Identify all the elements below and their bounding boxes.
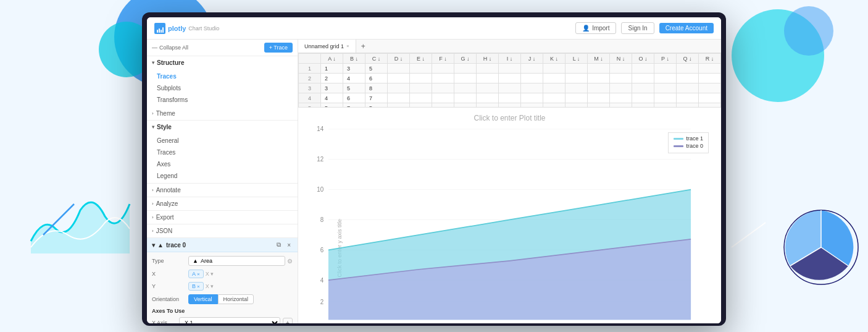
cell-r2-c7[interactable] bbox=[454, 74, 477, 83]
cell-r3-c12[interactable] bbox=[565, 83, 588, 93]
cell-r3-c7[interactable] bbox=[454, 83, 477, 93]
cell-r4-c3[interactable]: 7 bbox=[365, 93, 388, 103]
sidebar-item-traces[interactable]: Traces bbox=[147, 70, 298, 82]
cell-r3-c13[interactable] bbox=[588, 83, 610, 93]
export-header[interactable]: › Export bbox=[147, 211, 298, 224]
style-header[interactable]: ▾ Style bbox=[147, 121, 298, 134]
cell-r1-c19[interactable] bbox=[721, 64, 722, 74]
cell-r4-c11[interactable] bbox=[543, 93, 565, 103]
cell-r2-c19[interactable] bbox=[721, 74, 722, 83]
cell-r4-c1[interactable]: 4 bbox=[321, 93, 343, 103]
col-header-A ↓[interactable]: A ↓ bbox=[321, 54, 343, 64]
cell-r2-c11[interactable] bbox=[543, 74, 565, 83]
col-header-L ↓[interactable]: L ↓ bbox=[565, 54, 588, 64]
cell-r3-c9[interactable] bbox=[499, 83, 521, 93]
cell-r4-c8[interactable] bbox=[477, 93, 499, 103]
col-header-E ↓[interactable]: E ↓ bbox=[410, 54, 432, 64]
trace0-close-button[interactable]: × bbox=[285, 241, 293, 249]
col-header-M ↓[interactable]: M ↓ bbox=[588, 54, 610, 64]
cell-r5-c7[interactable] bbox=[454, 103, 477, 108]
cell-r1-c7[interactable] bbox=[454, 64, 477, 74]
cell-r3-c14[interactable] bbox=[610, 83, 632, 93]
col-header-K ↓[interactable]: K ↓ bbox=[543, 54, 565, 64]
cell-r2-c2[interactable]: 4 bbox=[343, 74, 365, 83]
cell-r5-c3[interactable]: 5 bbox=[365, 103, 388, 108]
analyze-header[interactable]: › Analyze bbox=[147, 197, 298, 210]
cell-r3-c18[interactable] bbox=[699, 83, 721, 93]
col-header-G ↓[interactable]: G ↓ bbox=[454, 54, 477, 64]
cell-r5-c10[interactable] bbox=[521, 103, 543, 108]
trace0-y-tag[interactable]: B × bbox=[188, 282, 204, 291]
cell-r3-c2[interactable]: 5 bbox=[343, 83, 365, 93]
cell-r4-c4[interactable] bbox=[388, 93, 410, 103]
cell-r5-c1[interactable]: 5 bbox=[321, 103, 343, 108]
cell-r1-c16[interactable] bbox=[654, 64, 677, 74]
cell-r1-c6[interactable] bbox=[432, 64, 454, 74]
cell-r2-c5[interactable] bbox=[410, 74, 432, 83]
cell-r4-c7[interactable] bbox=[454, 93, 477, 103]
gear-icon[interactable]: ⚙ bbox=[287, 258, 293, 265]
col-header-R ↓[interactable]: R ↓ bbox=[699, 54, 721, 64]
cell-r1-c17[interactable] bbox=[677, 64, 699, 74]
add-sheet-button[interactable]: + bbox=[356, 41, 370, 52]
trace0-y-remove[interactable]: × bbox=[197, 284, 200, 289]
cell-r3-c6[interactable] bbox=[432, 83, 454, 93]
grid-container[interactable]: A ↓B ↓C ↓D ↓E ↓F ↓G ↓H ↓I ↓J ↓K ↓L ↓M ↓N… bbox=[298, 53, 721, 107]
cell-r1-c10[interactable] bbox=[521, 64, 543, 74]
col-header-D ↓[interactable]: D ↓ bbox=[388, 54, 410, 64]
cell-r1-c1[interactable]: 1 bbox=[321, 64, 343, 74]
cell-r3-c19[interactable] bbox=[721, 83, 722, 93]
cell-r1-c12[interactable] bbox=[565, 64, 588, 74]
cell-r5-c8[interactable] bbox=[477, 103, 499, 108]
cell-r5-c11[interactable] bbox=[543, 103, 565, 108]
cell-r3-c11[interactable] bbox=[543, 83, 565, 93]
cell-r1-c15[interactable] bbox=[632, 64, 654, 74]
cell-r5-c5[interactable] bbox=[410, 103, 432, 108]
sidebar-item-subplots[interactable]: Subplots bbox=[147, 82, 298, 94]
cell-r4-c5[interactable] bbox=[410, 93, 432, 103]
cell-r5-c19[interactable] bbox=[721, 103, 722, 108]
cell-r5-c18[interactable] bbox=[699, 103, 721, 108]
cell-r5-c2[interactable]: 7 bbox=[343, 103, 365, 108]
col-header-I ↓[interactable]: I ↓ bbox=[499, 54, 521, 64]
cell-r5-c13[interactable] bbox=[588, 103, 610, 108]
cell-r2-c9[interactable] bbox=[499, 74, 521, 83]
collapse-all-button[interactable]: — Collapse All bbox=[152, 45, 188, 51]
structure-header[interactable]: ▾ Structure bbox=[147, 56, 298, 69]
cell-r1-c4[interactable] bbox=[388, 64, 410, 74]
cell-r2-c6[interactable] bbox=[432, 74, 454, 83]
cell-r1-c2[interactable]: 3 bbox=[343, 64, 365, 74]
cell-r4-c19[interactable] bbox=[721, 93, 722, 103]
cell-r3-c17[interactable] bbox=[677, 83, 699, 93]
sidebar-item-traces-style[interactable]: Traces bbox=[147, 147, 298, 158]
trace0-xaxis-add[interactable]: + bbox=[283, 318, 293, 323]
cell-r1-c14[interactable] bbox=[610, 64, 632, 74]
signin-button[interactable]: Sign In bbox=[621, 22, 654, 34]
cell-r3-c16[interactable] bbox=[654, 83, 677, 93]
trace0-x-tag[interactable]: A × bbox=[188, 270, 204, 278]
cell-r4-c2[interactable]: 6 bbox=[343, 93, 365, 103]
cell-r2-c12[interactable] bbox=[565, 74, 588, 83]
cell-r4-c17[interactable] bbox=[677, 93, 699, 103]
cell-r4-c14[interactable] bbox=[610, 93, 632, 103]
cell-r5-c9[interactable] bbox=[499, 103, 521, 108]
cell-r4-c12[interactable] bbox=[565, 93, 588, 103]
sidebar-item-axes[interactable]: Axes bbox=[147, 158, 298, 170]
cell-r3-c4[interactable] bbox=[388, 83, 410, 93]
cell-r2-c8[interactable] bbox=[477, 74, 499, 83]
sidebar-item-legend[interactable]: Legend bbox=[147, 170, 298, 182]
cell-r2-c16[interactable] bbox=[654, 74, 677, 83]
add-trace-button[interactable]: + Trace bbox=[264, 43, 293, 53]
cell-r4-c13[interactable] bbox=[588, 93, 610, 103]
cell-r5-c16[interactable] bbox=[654, 103, 677, 108]
import-button[interactable]: 👤 Import bbox=[575, 22, 616, 34]
col-header-P ↓[interactable]: P ↓ bbox=[654, 54, 677, 64]
cell-r5-c17[interactable] bbox=[677, 103, 699, 108]
trace0-copy-button[interactable]: ⧉ bbox=[275, 240, 283, 249]
cell-r4-c10[interactable] bbox=[521, 93, 543, 103]
cell-r5-c15[interactable] bbox=[632, 103, 654, 108]
cell-r2-c10[interactable] bbox=[521, 74, 543, 83]
col-header-Q ↓[interactable]: Q ↓ bbox=[677, 54, 699, 64]
cell-r2-c3[interactable]: 6 bbox=[365, 74, 388, 83]
cell-r3-c1[interactable]: 3 bbox=[321, 83, 343, 93]
